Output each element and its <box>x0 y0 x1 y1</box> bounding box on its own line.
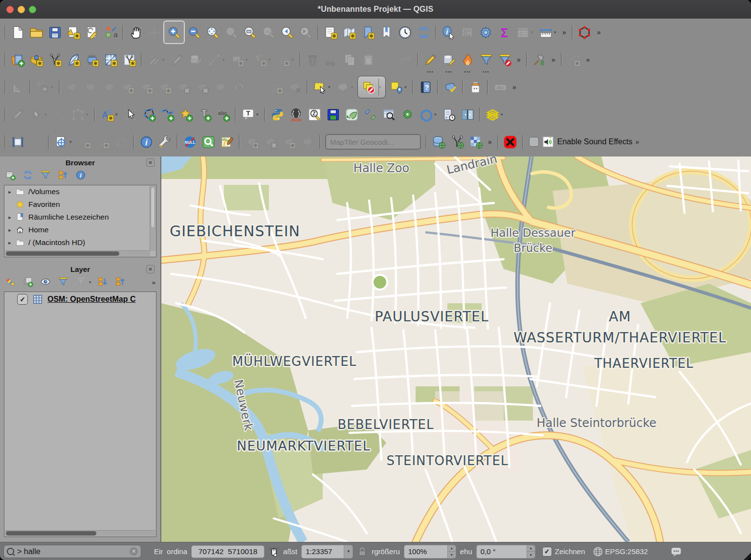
new-project[interactable] <box>8 22 27 43</box>
scale-dropdown-icon[interactable]: ▼ <box>344 545 353 558</box>
measure-line[interactable] <box>536 22 555 43</box>
magnifier-up-icon[interactable]: ▲ <box>448 545 456 552</box>
osm-edit[interactable] <box>218 132 236 152</box>
mouse-position-toggle-icon[interactable] <box>268 546 280 558</box>
refresh-map[interactable] <box>414 22 433 43</box>
open-layer-styling[interactable] <box>5 276 17 288</box>
select-annotation[interactable] <box>121 104 139 125</box>
python-console[interactable] <box>268 104 287 125</box>
expand-arrow-icon[interactable]: ▸ <box>4 214 15 221</box>
add-text-annotation[interactable]: T <box>195 104 214 125</box>
dxf-export[interactable] <box>458 49 477 70</box>
new-3d-map-view[interactable] <box>340 22 358 43</box>
new-spatial-bookmark[interactable] <box>358 22 377 43</box>
save-style[interactable] <box>440 49 458 70</box>
metadata-info[interactable]: i <box>137 132 155 152</box>
browser-item[interactable]: ▸/ (Macintosh HD) <box>4 236 156 249</box>
render-checkbox[interactable]: ✓ <box>542 547 552 557</box>
plugin-search[interactable] <box>199 132 218 152</box>
expand-arrow-icon[interactable]: ▸ <box>4 240 15 246</box>
resize-grip[interactable] <box>743 553 751 560</box>
rotation-up-icon[interactable]: ▲ <box>527 545 535 552</box>
browser-item[interactable]: ▸/Volumes <box>4 185 156 198</box>
autosaver[interactable] <box>324 104 342 125</box>
open-project[interactable] <box>27 22 45 43</box>
quickosm[interactable] <box>342 104 361 125</box>
refresh-browser[interactable] <box>22 170 34 181</box>
annotation-canister[interactable] <box>466 77 485 97</box>
toolbar-overflow-icon[interactable]: » <box>562 28 566 36</box>
check-geometries[interactable] <box>441 77 460 97</box>
toolbar-overflow-icon[interactable]: » <box>552 56 555 64</box>
magnifier-spinner[interactable]: 100% ▲▼ <box>404 545 456 559</box>
save-project[interactable] <box>45 22 64 43</box>
expand-all[interactable] <box>97 276 109 288</box>
layer-tools[interactable] <box>483 104 502 125</box>
null-values[interactable]: NULL <box>180 132 199 152</box>
add-spatialite-layer[interactable] <box>64 49 83 70</box>
toolbar-overflow-icon[interactable]: » <box>597 28 601 36</box>
add-vector-tiles[interactable] <box>448 132 466 152</box>
new-map-view[interactable] <box>321 22 340 43</box>
open-help[interactable]: ? <box>416 77 435 97</box>
text-annotation[interactable]: T <box>239 104 257 125</box>
add-layer[interactable] <box>5 170 17 181</box>
add-wfs-layer[interactable] <box>120 49 138 70</box>
layer-styling[interactable]: A <box>98 104 116 125</box>
crs-status[interactable]: EPSG:25832 <box>605 547 648 556</box>
add-delimited-text-layer[interactable] <box>45 49 64 70</box>
search-layers[interactable] <box>379 104 398 125</box>
crs-globe-icon[interactable] <box>592 546 604 558</box>
rotation-down-icon[interactable]: ▼ <box>527 552 535 558</box>
locator-search-value[interactable]: > halle <box>17 547 127 556</box>
open-data-source-manager[interactable] <box>8 49 27 70</box>
add-polygon-annotation[interactable] <box>139 104 158 125</box>
layer-horizontal-scrollbar[interactable] <box>5 530 155 536</box>
toolbar-overflow-icon[interactable]: » <box>517 56 521 64</box>
magnifier-down-icon[interactable]: ▼ <box>448 552 456 558</box>
clear-filter[interactable] <box>495 49 514 70</box>
zoom-out[interactable] <box>185 22 203 43</box>
collapse-all[interactable] <box>115 276 127 288</box>
browser-item[interactable]: ▸Home <box>4 224 156 236</box>
layer-row[interactable]: ✓OSM: OpenStreetMap C <box>4 292 156 307</box>
rotation-spinner[interactable]: 0,0 ° ▲▼ <box>476 545 535 559</box>
browser-vertical-scrollbar[interactable] <box>150 186 155 251</box>
identify-features[interactable]: i <box>439 22 458 43</box>
expand-arrow-icon[interactable]: ▸ <box>4 189 15 195</box>
processing-toolbox[interactable] <box>476 22 495 43</box>
select-by-value[interactable] <box>387 77 405 97</box>
browser-item[interactable]: ▸Räumliche Lesezeichen <box>4 211 156 224</box>
layer-name[interactable]: OSM: OpenStreetMap C <box>47 295 135 304</box>
scale-combo[interactable]: 1:23357 ▼ <box>301 545 353 559</box>
layer-close-icon[interactable]: ✕ <box>146 265 155 273</box>
layer-visibility-checkbox[interactable]: ✓ <box>17 294 28 305</box>
maptiler-geocoding-input[interactable] <box>325 134 421 150</box>
expand-arrow-icon[interactable]: ▸ <box>4 227 15 233</box>
temporal-controller[interactable] <box>396 22 414 43</box>
filter-legend[interactable] <box>58 276 69 288</box>
add-mssql-layer[interactable] <box>83 49 101 70</box>
add-html-annotation[interactable]: abc <box>214 104 232 125</box>
plugin-settings[interactable] <box>155 132 174 152</box>
add-line-annotation[interactable] <box>158 104 177 125</box>
add-group[interactable] <box>22 276 34 288</box>
deselect-all[interactable] <box>359 77 377 97</box>
filter-legend[interactable] <box>477 49 495 70</box>
zoom-level-indicator[interactable]: Z <box>305 104 324 125</box>
geocode-tool[interactable] <box>398 104 417 125</box>
messages-icon[interactable] <box>670 546 682 558</box>
show-layout-manager[interactable] <box>83 22 101 43</box>
show-spatial-bookmarks[interactable] <box>377 22 396 43</box>
zoom-full-extent[interactable] <box>203 22 222 43</box>
toolbar-overflow-icon[interactable]: » <box>635 138 639 146</box>
zoom-to-layer[interactable] <box>241 22 259 43</box>
browser-horizontal-scrollbar[interactable] <box>5 250 150 256</box>
add-xyz-tiles[interactable] <box>466 132 485 152</box>
sound-effects-checkbox[interactable] <box>529 137 539 147</box>
select-features[interactable] <box>310 77 329 97</box>
filter-by-expression[interactable] <box>75 276 87 288</box>
collapse-all[interactable] <box>58 170 69 181</box>
deselect-all-group[interactable]: ▾ <box>357 76 386 98</box>
browser-close-icon[interactable]: ✕ <box>146 158 155 167</box>
